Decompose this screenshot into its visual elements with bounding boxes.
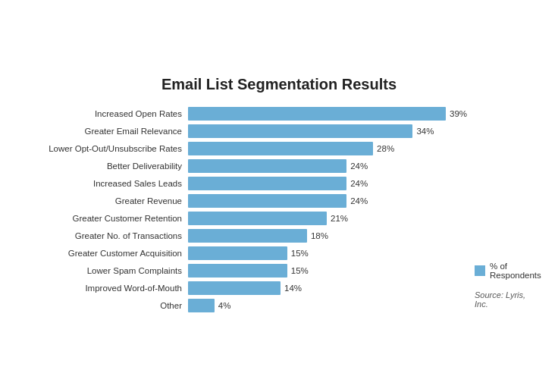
bar-track: 39%: [188, 107, 467, 121]
bar-row: Increased Open Rates39%: [29, 107, 467, 121]
bar-track: 18%: [188, 229, 467, 243]
bar-value-label: 21%: [331, 214, 348, 223]
bar-fill: [188, 281, 281, 295]
legend: % of Respondents: [475, 262, 541, 280]
bar-track: 21%: [188, 212, 467, 225]
bar-fill: [188, 159, 346, 173]
bar-row: Better Deliverability24%: [29, 159, 467, 173]
bar-row: Lower Spam Complaints15%: [29, 264, 467, 278]
legend-source-area: % of Respondents Source: Lyris, Inc.: [467, 107, 541, 316]
bar-track: 4%: [188, 299, 467, 312]
bar-value-label: 24%: [350, 162, 368, 171]
bar-value-label: 34%: [416, 127, 434, 136]
bar-label: Lower Spam Complaints: [29, 266, 188, 275]
bar-label: Greater Revenue: [29, 196, 188, 205]
bars-area: Increased Open Rates39%Greater Email Rel…: [29, 107, 467, 316]
bar-row: Greater Customer Retention21%: [29, 212, 467, 225]
bar-label: Lower Opt-Out/Unsubscribe Rates: [29, 144, 188, 153]
bar-value-label: 24%: [350, 196, 368, 205]
bar-track: 24%: [188, 177, 467, 190]
bar-label: Greater Email Relevance: [29, 127, 188, 136]
bar-row: Other4%: [29, 299, 467, 312]
bar-label: Greater Customer Retention: [29, 214, 188, 223]
bar-fill: [188, 246, 287, 260]
bar-track: 14%: [188, 281, 467, 295]
bar-row: Increased Sales Leads24%: [29, 177, 467, 190]
source-label: Source: Lyris, Inc.: [475, 290, 541, 309]
bar-row: Greater Revenue24%: [29, 194, 467, 208]
bar-value-label: 15%: [291, 266, 309, 275]
bar-track: 15%: [188, 264, 467, 278]
bar-value-label: 39%: [450, 109, 467, 118]
bar-track: 24%: [188, 159, 467, 173]
bar-fill: [188, 177, 346, 190]
bar-fill: [188, 212, 327, 225]
bar-fill: [188, 194, 346, 208]
legend-label: % of Respondents: [490, 262, 541, 280]
bar-track: 34%: [188, 124, 467, 138]
bar-value-label: 15%: [291, 249, 309, 258]
chart-body: Increased Open Rates39%Greater Email Rel…: [29, 107, 529, 316]
bar-track: 28%: [188, 142, 467, 155]
bar-label: Better Deliverability: [29, 162, 188, 171]
bar-label: Other: [29, 301, 188, 310]
bar-value-label: 14%: [284, 284, 302, 293]
bar-row: Improved Word-of-Mouth14%: [29, 281, 467, 295]
bar-label: Greater Customer Acquisition: [29, 249, 188, 258]
bar-fill: [188, 299, 215, 312]
bar-fill: [188, 142, 373, 155]
bar-label: Improved Word-of-Mouth: [29, 284, 188, 293]
bar-row: Greater Customer Acquisition15%: [29, 246, 467, 260]
chart-title: Email List Segmentation Results: [29, 76, 529, 93]
bar-fill: [188, 264, 287, 278]
chart-container: Email List Segmentation Results Increase…: [14, 61, 544, 331]
bar-track: 15%: [188, 246, 467, 260]
bar-fill: [188, 107, 446, 121]
bar-row: Greater Email Relevance34%: [29, 124, 467, 138]
bar-label: Increased Sales Leads: [29, 179, 188, 188]
legend-color-swatch: [475, 265, 485, 276]
bar-value-label: 4%: [218, 301, 231, 310]
bar-label: Greater No. of Transactions: [29, 231, 188, 240]
bar-label: Increased Open Rates: [29, 109, 188, 118]
bar-value-label: 18%: [311, 231, 328, 240]
bar-fill: [188, 229, 307, 243]
bar-fill: [188, 124, 412, 138]
bar-track: 24%: [188, 194, 467, 208]
bar-row: Greater No. of Transactions18%: [29, 229, 467, 243]
bar-row: Lower Opt-Out/Unsubscribe Rates28%: [29, 142, 467, 155]
bar-value-label: 28%: [377, 144, 394, 153]
bar-value-label: 24%: [350, 179, 368, 188]
